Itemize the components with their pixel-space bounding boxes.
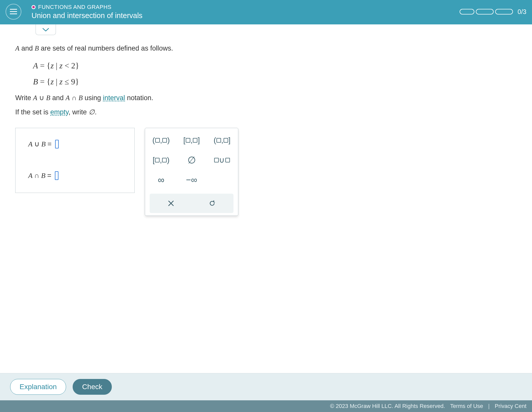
kp-clear-button[interactable] <box>152 196 190 210</box>
union-input[interactable] <box>55 140 59 148</box>
empty-link[interactable]: empty <box>50 108 69 116</box>
keypad: (,) [,] (,] [,) ∅ ∪ ∞ −∞ <box>145 128 238 216</box>
kp-infinity[interactable]: ∞ <box>150 172 173 188</box>
svg-rect-2 <box>10 13 17 14</box>
kp-union[interactable]: ∪ <box>211 152 233 168</box>
kp-closed-closed[interactable]: [,] <box>180 133 203 148</box>
copyright-text: © 2023 McGraw Hill LLC. All Rights Reser… <box>330 403 445 409</box>
answer-intersect: A ∩ B = <box>28 171 122 180</box>
kp-reset-button[interactable] <box>193 196 231 210</box>
chevron-down-icon <box>42 28 49 32</box>
progress-seg <box>460 9 474 14</box>
def-B: B = {z | z ≤ 9} <box>33 75 517 88</box>
answer-union: A ∪ B = <box>28 140 122 148</box>
progress-label: 0/3 <box>518 8 526 16</box>
hamburger-icon <box>10 9 17 14</box>
breadcrumb: FUNCTIONS AND GRAPHS <box>32 4 143 10</box>
interval-link[interactable]: interval <box>103 94 125 102</box>
breadcrumb-text: FUNCTIONS AND GRAPHS <box>38 4 112 10</box>
header-right: 0/3 <box>460 8 526 16</box>
check-button[interactable]: Check <box>73 379 112 395</box>
close-icon <box>168 200 174 207</box>
app-header: FUNCTIONS AND GRAPHS Union and intersect… <box>0 0 532 24</box>
answer-row: A ∪ B = A ∩ B = (,) [,] (,] [,) ∅ ∪ ∞ −∞ <box>15 128 517 216</box>
kp-open-open[interactable]: (,) <box>150 133 173 148</box>
intersect-input[interactable] <box>55 171 58 180</box>
action-bar: Explanation Check <box>0 373 532 400</box>
def-A: A = {z | z < 2} <box>33 59 517 72</box>
problem-statement: A and B are sets of real numbers defined… <box>15 43 517 118</box>
privacy-link[interactable]: Privacy Cent <box>495 403 526 409</box>
progress-seg <box>495 9 513 14</box>
kp-open-closed[interactable]: (,] <box>211 133 233 148</box>
menu-button[interactable] <box>6 4 21 20</box>
set-definitions: A = {z | z < 2} B = {z | z ≤ 9} <box>33 59 517 88</box>
instruction-line-1: Write A ∪ B and A ∩ B using interval not… <box>15 93 517 103</box>
kp-neg-infinity[interactable]: −∞ <box>180 172 203 188</box>
kp-closed-open[interactable]: [,) <box>150 152 173 168</box>
var-B: B <box>35 44 39 52</box>
main-content: A and B are sets of real numbers defined… <box>0 24 532 373</box>
intro-line: A and B are sets of real numbers defined… <box>15 43 517 54</box>
expand-tab-button[interactable] <box>36 24 56 35</box>
reset-icon <box>209 200 215 207</box>
svg-rect-1 <box>10 11 17 12</box>
progress-indicator <box>460 9 513 14</box>
answer-box: A ∪ B = A ∩ B = <box>15 128 135 193</box>
lesson-title: Union and intersection of intervals <box>32 11 143 20</box>
kp-empty-set[interactable]: ∅ <box>180 152 203 168</box>
explanation-button[interactable]: Explanation <box>10 379 66 395</box>
svg-rect-0 <box>10 9 17 10</box>
instruction-line-2: If the set is empty, write ∅. <box>15 107 517 118</box>
title-block: FUNCTIONS AND GRAPHS Union and intersect… <box>32 4 143 20</box>
progress-seg <box>476 9 494 14</box>
terms-link[interactable]: Terms of Use <box>450 403 483 409</box>
var-A: A <box>15 44 20 52</box>
footer: © 2023 McGraw Hill LLC. All Rights Reser… <box>0 400 532 412</box>
module-dot-icon <box>32 5 36 9</box>
